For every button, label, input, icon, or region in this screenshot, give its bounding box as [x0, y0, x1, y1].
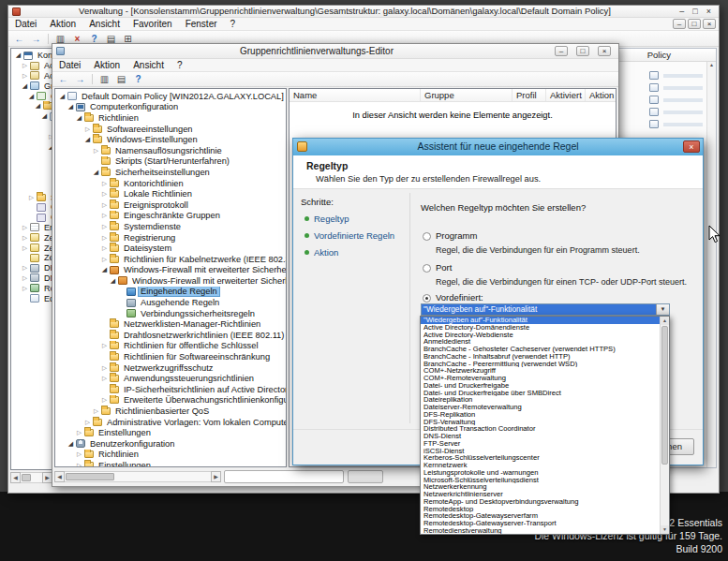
maximize-button[interactable]: □ — [688, 19, 701, 29]
expand-collapsed-icon[interactable]: ▷ — [27, 194, 36, 201]
dropdown-item-anmeldedienst[interactable]: Anmeldedienst — [421, 338, 660, 346]
tree-item-wmi-filter[interactable]: WMI-Filter — [11, 172, 52, 183]
scroll-up-icon[interactable]: ▲ — [709, 62, 714, 67]
tree-item-drahtlosnetzwerkrichtlinien-ieee-802-11[interactable]: Drahtlosnetzwerkrichtlinien (IEEE 802.11… — [55, 330, 286, 341]
list-item[interactable] — [648, 106, 703, 118]
expand-collapsed-icon[interactable]: ▷ — [100, 342, 109, 349]
expand-collapsed-icon[interactable]: ▷ — [21, 234, 29, 242]
tree-item-windows-einstellungen[interactable]: ◢Windows-Einstellungen — [55, 134, 286, 145]
wizard-title-bar[interactable]: Assistent für neue eingehende Regel — [293, 139, 703, 155]
radio-port[interactable] — [423, 264, 431, 273]
expand-expanded-icon[interactable]: ◢ — [14, 52, 22, 59]
dropdown-item-kerberos-schlüsselverteilungscenter[interactable]: Kerberos-Schlüsselverteilungscenter — [421, 454, 660, 462]
tree-item-zertifikate-lokaler-computer[interactable]: ▷Zertifikate (Lokaler Computer) — [11, 232, 52, 243]
tree-item-skripts-start-herunterfahren[interactable]: Skripts (Start/Herunterfahren) — [55, 156, 286, 168]
scroll-right-icon[interactable]: ▶ — [211, 471, 221, 482]
scrollbar-thumb[interactable] — [661, 326, 668, 465]
expand-expanded-icon[interactable]: ◢ — [67, 103, 75, 111]
radio-vordefiniert[interactable] — [423, 294, 431, 303]
gpmc-vertical-scrollbar[interactable]: ▲ — [706, 62, 716, 467]
expand-collapsed-icon[interactable]: ▷ — [100, 375, 109, 382]
tree-item-erweiterte-überwachungsrichtlinienkonfig[interactable]: ▷Erweiterte Überwachungsrichtlinienkonfi… — [55, 395, 286, 406]
tree-item-richtlinien-für-kabelnetzwerke-ieee-802-[interactable]: ▷Richtlinien für Kabelnetzwerke (IEEE 80… — [55, 254, 286, 265]
menu-help[interactable]: ? — [171, 60, 189, 70]
menu-favoriten[interactable]: Favoriten — [126, 19, 179, 29]
list-item[interactable] — [648, 94, 703, 106]
tree-item-richtlinien-für-öffentliche-schlüssel[interactable]: ▷Richtlinien für öffentliche Schlüssel — [55, 341, 286, 352]
forward-icon[interactable]: → — [73, 73, 87, 85]
step-regeltyp[interactable]: Regeltyp — [305, 214, 394, 224]
expand-expanded-icon[interactable]: ◢ — [34, 102, 42, 110]
expand-collapsed-icon[interactable]: ▷ — [21, 285, 29, 292]
tree-item-ip-sicherheitsrichtlinien-auf-active-dir[interactable]: IP-Sicherheitsrichtlinien auf Active Dir… — [55, 384, 286, 395]
expand-expanded-icon[interactable]: ◢ — [75, 114, 83, 122]
dropdown-item-kernnetzwerk[interactable]: Kernnetzwerk — [421, 462, 660, 469]
menu-datei[interactable]: Datei — [52, 60, 87, 70]
dropdown-item-remotedesktop-gatewayserverfarm[interactable]: Remotedesktop-Gatewayserverfarm — [421, 512, 660, 520]
expand-collapsed-icon[interactable]: ▷ — [100, 396, 109, 404]
expand-collapsed-icon[interactable]: ▷ — [75, 450, 83, 458]
menu-fenster[interactable]: Fenster — [179, 19, 224, 29]
expand-collapsed-icon[interactable]: ▷ — [100, 190, 109, 198]
close-button[interactable]: × — [706, 6, 711, 17]
tree-item-sicherheitseinstellungen[interactable]: ◢Sicherheitseinstellungen — [55, 167, 286, 178]
dropdown-item-datei-und-druckerfreigabe[interactable]: Datei- und Druckerfreigabe — [421, 382, 660, 390]
scroll-left-icon[interactable]: ◀ — [10, 472, 21, 483]
tree-item-active-directory-benutzer-und-computer[interactable]: ▷Active Directory-Benutzer und -Computer — [11, 61, 52, 71]
expand-collapsed-icon[interactable]: ▷ — [21, 224, 29, 231]
step-aktion[interactable]: Aktion — [305, 247, 394, 258]
tree-item-galaxy-local[interactable]: ◢galaxy.local — [11, 111, 52, 122]
dropdown-item-microsoft-schlüsselverteilungsdienst[interactable]: Microsoft-Schlüsselverteilungsdienst — [421, 477, 660, 484]
column-header-aktion[interactable]: Aktion — [586, 89, 617, 101]
minimize-button[interactable]: – — [673, 19, 686, 29]
dropdown-item-branchcache-gehosteter-cacheserver-verwe[interactable]: BranchCache - Gehosteter Cacheserver (ve… — [421, 346, 660, 353]
tree-item-zertifizierungsstelle-lokal[interactable]: ▷Zertifizierungsstelle (Lokal) — [11, 243, 52, 253]
expand-collapsed-icon[interactable]: ▷ — [100, 364, 109, 372]
tree-item-einstellungen[interactable]: ▷Einstellungen — [55, 427, 286, 438]
tree-item-kontorichtlinien[interactable]: ▷Kontorichtlinien — [55, 178, 286, 189]
tree-item-ereignisprotokoll[interactable]: ▷Ereignisprotokoll — [55, 199, 286, 211]
tree-item-routing-und-ras[interactable]: ▷Routing und RAS — [11, 283, 52, 293]
dropdown-item-datei-und-druckerfreigabe-über-smbdirect[interactable]: Datei- und Druckerfreigabe über SMBDirec… — [421, 390, 660, 397]
tree-item-einstellungen[interactable]: ▷Einstellungen — [55, 460, 286, 467]
menu-datei[interactable]: Datei — [8, 19, 43, 29]
expand-collapsed-icon[interactable]: ▷ — [21, 62, 29, 69]
expand-expanded-icon[interactable]: ◢ — [27, 93, 36, 100]
dropdown-item-dfs-verwaltung[interactable]: DFS-Verwaltung — [421, 419, 660, 426]
dropdown-item-remoteapp-und-desktopverbindungsverwaltu[interactable]: RemoteApp- und Desktopverbindungsverwalt… — [421, 498, 660, 506]
dropdown-item-leistungsprotokolle-und-warnungen[interactable]: Leistungsprotokolle und -warnungen — [421, 469, 660, 477]
menu-ansicht[interactable]: Ansicht — [126, 60, 171, 70]
expand-collapsed-icon[interactable]: ▷ — [100, 256, 109, 263]
column-header-profil[interactable]: Profil — [513, 89, 546, 101]
dropdown-item-remotedesktop-gatewayserver-transport[interactable]: Remotedesktop-Gatewayserver-Transport — [421, 520, 660, 527]
tree-item-ereignisanzeige[interactable]: ▷Ereignisanzeige — [11, 223, 52, 233]
expand-expanded-icon[interactable]: ◢ — [100, 266, 109, 273]
close-button[interactable]: × — [598, 46, 611, 56]
dropdown-item-netzwerkerkennung[interactable]: Netzwerkerkennung — [421, 483, 660, 491]
dropdown-item-dfs-replikation[interactable]: DFS-Replikation — [421, 411, 660, 419]
menu-ansicht[interactable]: Ansicht — [82, 19, 126, 29]
tree-item-default-domain-controllers-policy[interactable]: Default Domain Controllers Policy — [11, 152, 52, 162]
dropdown-item-com-netzwerkzugriff[interactable]: COM+-Netzwerkzugriff — [421, 367, 660, 375]
tree-item-registrierung[interactable]: ▷Registrierung — [55, 232, 286, 244]
expand-collapsed-icon[interactable]: ▷ — [100, 244, 109, 252]
tree-item-benutzerkonfiguration[interactable]: ◢Benutzerkonfiguration — [55, 438, 286, 450]
expand-expanded-icon[interactable]: ◢ — [92, 169, 100, 176]
forward-icon[interactable]: → — [29, 33, 43, 45]
dropdown-item-netzwerkrichtlinienserver[interactable]: Netzwerkrichtlinienserver — [421, 491, 660, 498]
tree-item-anwendungssteuerungsrichtlinien[interactable]: ▷Anwendungssteuerungsrichtlinien — [55, 373, 286, 384]
tree-item-default-domain-policy[interactable]: Default Domain Policy — [11, 122, 52, 132]
expand-collapsed-icon[interactable]: ▷ — [100, 180, 109, 187]
tree-item-administrative-vorlagen-vom-lokalen-comp[interactable]: ▷Administrative Vorlagen: Vom lokalen Co… — [55, 417, 286, 428]
close-icon[interactable]: × — [683, 140, 700, 153]
tree-item-editor-für-lokale-gruppenrichtlinien[interactable]: Editor für lokale Gruppenrichtlinien — [11, 293, 52, 303]
menu-aktion[interactable]: Aktion — [43, 19, 82, 29]
expand-expanded-icon[interactable]: ◢ — [40, 112, 49, 120]
expand-collapsed-icon[interactable]: ▷ — [100, 212, 109, 219]
scroll-left-icon[interactable]: ◀ — [54, 471, 65, 482]
dropdown-item-remotedesktop[interactable]: Remotedesktop — [421, 506, 660, 513]
tree-item-windows-firewall-mit-erweiterter-sicherh[interactable]: ◢Windows-Firewall mit erweiterter Sicher… — [55, 275, 286, 287]
expand-collapsed-icon[interactable]: ▷ — [100, 234, 109, 242]
filter-input-fragment[interactable] — [224, 470, 344, 483]
tree-item-gruppenrichtlinienobjekte[interactable]: ◢Gruppenrichtlinienobjekte — [11, 141, 52, 152]
